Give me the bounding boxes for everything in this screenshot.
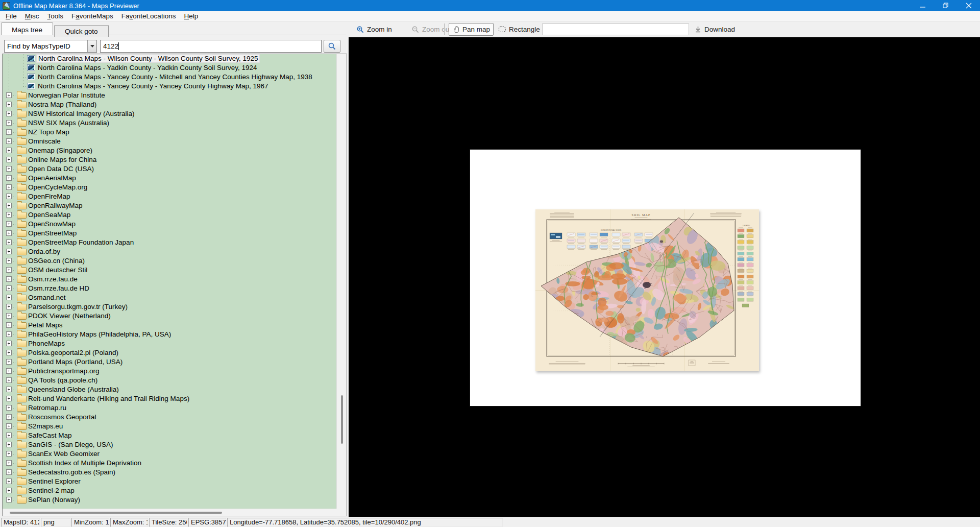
tree-item-folder[interactable]: NSW SIX Maps (Australia) [3, 118, 336, 128]
tree-item-folder[interactable]: OpenStreetMap Foundation Japan [3, 238, 336, 247]
tree-item-folder[interactable]: Scottish Index of Multiple Deprivation [3, 459, 336, 468]
expand-icon[interactable] [6, 313, 12, 319]
tree-item-folder[interactable]: SePlan (Norway) [3, 495, 336, 505]
map-viewport[interactable]: SOIL MAPCONVENTIONAL SIGNSLEGEND [349, 37, 980, 517]
expand-icon[interactable] [6, 276, 12, 282]
expand-icon[interactable] [6, 414, 12, 420]
expand-icon[interactable] [6, 267, 12, 273]
expand-icon[interactable] [6, 451, 12, 457]
tree-item-folder[interactable]: Nostra Map (Thailand) [3, 100, 336, 109]
horizontal-scrollbar[interactable] [3, 509, 336, 516]
rectangle-button[interactable]: Rectangle [495, 23, 544, 36]
tree-item-map[interactable]: North Carolina Maps - Yadkin County - Ya… [3, 63, 336, 73]
expand-icon[interactable] [6, 368, 12, 374]
tree-item-folder[interactable]: Polska.geoportal2.pl (Poland) [3, 348, 336, 357]
menu-tools[interactable]: Tools [43, 12, 68, 20]
vertical-scrollbar-thumb[interactable] [341, 395, 343, 444]
tree-item-folder[interactable]: Online Maps for China [3, 155, 336, 164]
tab-maps-tree[interactable]: Maps tree [1, 22, 53, 35]
tree-item-folder[interactable]: OpenFireMap [3, 192, 336, 201]
tree-item-folder[interactable]: Osm.rrze.fau.de [3, 275, 336, 284]
tree-item-map[interactable]: North Carolina Maps - Wilson County - Wi… [3, 54, 336, 63]
tree-item-folder[interactable]: OpenStreetMap [3, 229, 336, 238]
expand-icon[interactable] [6, 166, 12, 172]
expand-icon[interactable] [6, 157, 12, 162]
tree-item-folder[interactable]: SanGIS - (San Diego, USA) [3, 440, 336, 449]
zoom-in-button[interactable]: Zoom in [353, 23, 396, 36]
expand-icon[interactable] [6, 111, 12, 116]
tree-item-folder[interactable]: Osmand.net [3, 293, 336, 302]
tree-item-folder[interactable]: OpenRailwayMap [3, 201, 336, 210]
expand-icon[interactable] [6, 249, 12, 254]
toolbar-input[interactable] [542, 23, 689, 35]
tree-item-folder[interactable]: Reit-und Wanderkarte (Hiking and Trail R… [3, 394, 336, 403]
menu-help[interactable]: Help [180, 12, 202, 20]
vertical-scrollbar[interactable] [336, 54, 347, 509]
expand-icon[interactable] [6, 129, 12, 135]
expand-icon[interactable] [6, 148, 12, 153]
tree-item-folder[interactable]: PhoneMaps [3, 339, 336, 348]
minimize-button[interactable] [911, 0, 934, 11]
expand-icon[interactable] [6, 478, 12, 484]
expand-icon[interactable] [6, 405, 12, 411]
tree-item-folder[interactable]: Sentinel-2 map [3, 486, 336, 495]
tree-item-folder[interactable]: OpenAerialMap [3, 174, 336, 183]
expand-icon[interactable] [6, 239, 12, 245]
expand-icon[interactable] [6, 433, 12, 438]
expand-icon[interactable] [6, 138, 12, 144]
expand-icon[interactable] [6, 194, 12, 199]
expand-icon[interactable] [6, 221, 12, 227]
expand-icon[interactable] [6, 460, 12, 466]
tree-item-folder[interactable]: Parselsorgu.tkgm.gov.tr (Turkey) [3, 302, 336, 312]
tree-item-folder[interactable]: ScanEx Web Geomixer [3, 449, 336, 459]
chevron-down-icon[interactable] [87, 40, 96, 52]
expand-icon[interactable] [6, 488, 12, 493]
tree-item-folder[interactable]: OpenCycleMap.org [3, 183, 336, 192]
tree-item-folder[interactable]: Portland Maps (Portland, USA) [3, 357, 336, 367]
tree-item-folder[interactable]: Roscosmos Geoportal [3, 413, 336, 422]
expand-icon[interactable] [6, 331, 12, 337]
tree-item-folder[interactable]: Omniscale [3, 137, 336, 146]
menu-misc[interactable]: Misc [21, 12, 43, 20]
tree-item-folder[interactable]: PhilaGeoHistory Maps (Philadelphia, PA, … [3, 330, 336, 339]
tree-item-map[interactable]: North Carolina Maps - Yancey County - Mi… [3, 73, 336, 82]
tree-item-folder[interactable]: NZ Topo Map [3, 128, 336, 137]
tree-item-folder[interactable]: PDOK Viewer (Netherland) [3, 312, 336, 321]
tree-item-folder[interactable]: Sedecatastro.gob.es (Spain) [3, 468, 336, 477]
zoom-out-button[interactable]: Zoom out [408, 23, 455, 36]
tree-item-folder[interactable]: OSM deutscher Stil [3, 266, 336, 275]
menu-favoritelocations[interactable]: FavoriteLocations [117, 12, 180, 20]
tree-item-folder[interactable]: Norwegian Polar Institute [3, 91, 336, 100]
tree-item-folder[interactable]: Osm.rrze.fau.de HD [3, 284, 336, 293]
tree-item-folder[interactable]: Open Data DC (USA) [3, 164, 336, 174]
expand-icon[interactable] [6, 295, 12, 300]
expand-icon[interactable] [6, 350, 12, 355]
tree-item-folder[interactable]: OpenSnowMap [3, 220, 336, 229]
tree-item-folder[interactable]: QA Tools (qa.poole.ch) [3, 376, 336, 385]
menu-file[interactable]: File [2, 12, 21, 20]
expand-icon[interactable] [6, 322, 12, 328]
search-input[interactable]: 4122 [100, 40, 322, 53]
expand-icon[interactable] [6, 175, 12, 181]
expand-icon[interactable] [6, 497, 12, 502]
close-button[interactable] [957, 0, 980, 11]
tab-quick-goto[interactable]: Quick goto [54, 25, 109, 37]
pan-map-button[interactable]: Pan map [449, 23, 494, 36]
tree-item-folder[interactable]: S2maps.eu [3, 422, 336, 431]
expand-icon[interactable] [6, 423, 12, 429]
expand-icon[interactable] [6, 387, 12, 392]
expand-icon[interactable] [6, 359, 12, 365]
expand-icon[interactable] [6, 469, 12, 475]
expand-icon[interactable] [6, 120, 12, 126]
expand-icon[interactable] [6, 212, 12, 218]
tree-item-folder[interactable]: Onemap (Singapore) [3, 146, 336, 155]
tree-item-map[interactable]: North Carolina Maps - Yancey County - Ya… [3, 82, 336, 91]
tree-item-folder[interactable]: OSGeo.cn (China) [3, 256, 336, 266]
tree-item-folder[interactable]: NSW Historical Imagery (Australia) [3, 109, 336, 118]
horizontal-scrollbar-thumb[interactable] [10, 512, 222, 514]
restore-button[interactable] [934, 0, 957, 11]
expand-icon[interactable] [6, 184, 12, 190]
expand-icon[interactable] [6, 203, 12, 208]
tree-item-folder[interactable]: Queensland Globe (Australia) [3, 385, 336, 394]
find-by-combobox[interactable]: Find by MapsTypeID [4, 40, 97, 53]
